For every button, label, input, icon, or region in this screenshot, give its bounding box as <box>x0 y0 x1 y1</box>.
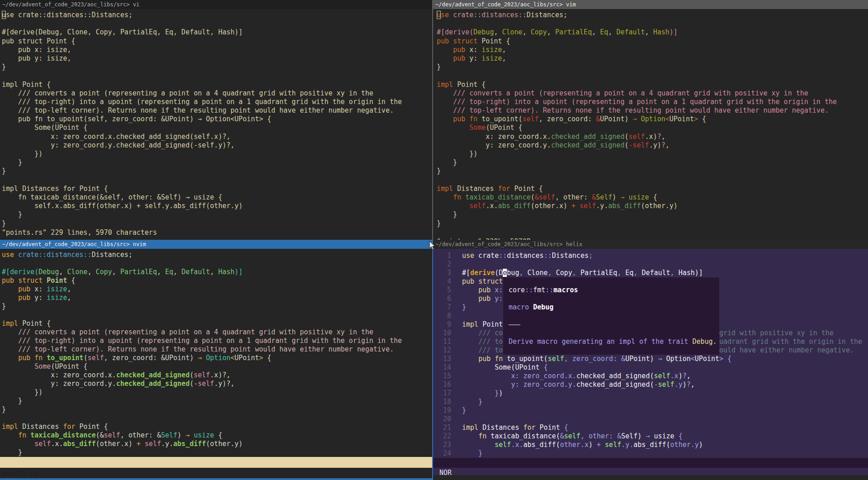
code-line[interactable]: fn taxicab_distance(&self, other: &Self)… <box>2 431 432 440</box>
code-line[interactable]: 20 <box>433 415 868 423</box>
code-line[interactable] <box>2 71 432 80</box>
code-line[interactable]: } <box>2 448 432 457</box>
code-line[interactable]: pub x: isize, <box>2 285 432 294</box>
pane-vim[interactable]: ~/dev/advent_of_code_2023/aoc_libs/src> … <box>433 0 868 240</box>
code-line[interactable]: y: zero_coord.y.checked_add_signed(-self… <box>2 141 432 150</box>
code-line[interactable]: 17 }) <box>433 389 868 398</box>
code-line[interactable]: impl Distances for Point { <box>2 185 432 193</box>
pane-helix-titlebar[interactable]: ~/dev/advent_of_code_2023/aoc_libs/src> … <box>433 240 868 249</box>
code-line[interactable]: pub y: isize, <box>2 294 432 302</box>
code-line[interactable]: #[derive(Debug, Clone, Copy, PartialEq, … <box>2 28 432 37</box>
code-line[interactable]: core::fmt::macros <box>509 286 719 295</box>
pane-nvim-titlebar[interactable]: ~/dev/advent_of_code_2023/aoc_libs/src> … <box>0 240 432 249</box>
code-line[interactable]: } <box>437 219 868 228</box>
code-line[interactable]: 1use crate::distances::Distances; <box>433 252 868 260</box>
code-line[interactable]: 3#[derive(Debug, Clone, Copy, PartialEq,… <box>433 269 868 277</box>
code-line[interactable]: 24 } <box>433 449 868 458</box>
vim-code-area[interactable]: use crate::distances::Distances;#[derive… <box>433 11 868 228</box>
code-line[interactable]: impl Point { <box>2 319 432 328</box>
code-line[interactable] <box>509 329 719 337</box>
code-line[interactable]: Some(UPoint { <box>2 124 432 132</box>
code-line[interactable]: pub x: isize, <box>437 46 868 54</box>
code-line[interactable]: } <box>2 63 432 71</box>
code-line[interactable]: /// top-left corner). Returns none if th… <box>437 106 868 115</box>
code-line[interactable]: Some(UPoint { <box>2 362 432 371</box>
code-line[interactable]: x: zero_coord.x.checked_add_signed(self.… <box>2 371 432 380</box>
code-line[interactable]: x: zero_coord.x.checked_add_signed(self.… <box>437 133 868 141</box>
code-line[interactable]: #[derive(Debug, Clone, Copy, PartialEq, … <box>2 268 432 276</box>
code-line[interactable]: pub struct Point { <box>437 37 868 46</box>
code-line[interactable]: pub x: isize, <box>2 46 432 54</box>
code-line[interactable]: } <box>2 167 432 176</box>
code-line[interactable]: /// converts a point (representing a poi… <box>437 89 868 98</box>
code-line[interactable] <box>509 320 719 329</box>
pane-divider-vertical-bottom-focused[interactable] <box>432 240 433 480</box>
code-line[interactable]: } <box>437 63 868 71</box>
code-line[interactable]: 14 Some(UPoint { <box>433 363 868 372</box>
code-line[interactable]: #[derive(Debug, Clone, Copy, PartialEq, … <box>437 28 868 37</box>
code-line[interactable]: pub struct Point { <box>2 37 432 46</box>
code-line[interactable]: } <box>2 397 432 405</box>
code-line[interactable]: /// converts a point (representing a poi… <box>2 89 432 98</box>
code-line[interactable]: /// converts a point (representing a poi… <box>2 328 432 337</box>
pane-vim-titlebar[interactable]: ~/dev/advent_of_code_2023/aoc_libs/src> … <box>433 0 868 9</box>
code-line[interactable]: } <box>437 167 868 176</box>
code-line[interactable]: Derive macro generating an impl of the t… <box>509 337 719 346</box>
code-line[interactable]: macro Debug <box>509 303 719 312</box>
code-line[interactable]: /// top-left corner). Returns none if th… <box>2 106 432 115</box>
code-line[interactable] <box>2 19 432 28</box>
code-line[interactable] <box>509 295 719 303</box>
pane-vi-titlebar[interactable]: ~/dev/advent_of_code_2023/aoc_libs/src> … <box>0 0 432 9</box>
code-line[interactable]: self.x.abs_diff(other.x) + self.y.abs_di… <box>2 440 432 448</box>
vi-code-area[interactable]: use crate::distances::Distances;#[derive… <box>0 11 432 228</box>
code-line[interactable]: 13 pub fn to_upoint(self, zero_coord: &U… <box>433 355 868 363</box>
code-line[interactable]: pub fn to_upoint(self, zero_coord: &UPoi… <box>437 115 868 124</box>
code-line[interactable] <box>437 71 868 80</box>
code-line[interactable] <box>509 277 719 286</box>
code-line[interactable]: use crate::distances::Distances; <box>437 11 868 19</box>
nvim-code-area[interactable]: use crate::distances::Distances;#[derive… <box>0 251 432 457</box>
code-line[interactable] <box>2 414 432 423</box>
code-line[interactable]: self.x.abs_diff(other.x) + self.y.abs_di… <box>437 202 868 210</box>
code-line[interactable]: 15 x: zero_coord.x.checked_add_signed(se… <box>433 372 868 380</box>
pane-nvim[interactable]: ~/dev/advent_of_code_2023/aoc_libs/src> … <box>0 240 432 480</box>
code-line[interactable]: Some(UPoint { <box>437 124 868 132</box>
code-line[interactable]: /// top-right) into a upoint (representi… <box>2 98 432 106</box>
code-line[interactable]: impl Distances for Point { <box>2 423 432 431</box>
code-line[interactable]: pub fn to_upoint(self, zero_coord: &UPoi… <box>2 115 432 124</box>
code-line[interactable]: 23 self.x.abs_diff(other.x) + self.y.abs… <box>433 441 868 449</box>
code-line[interactable]: } <box>2 302 432 311</box>
code-line[interactable]: }) <box>2 150 432 158</box>
code-line[interactable]: use crate::distances::Distances; <box>2 11 432 19</box>
code-line[interactable]: fn taxicab_distance(&self, other: &Self)… <box>2 193 432 202</box>
pane-vi[interactable]: ~/dev/advent_of_code_2023/aoc_libs/src> … <box>0 0 432 240</box>
code-line[interactable]: 16 y: zero_coord.y.checked_add_signed(-s… <box>433 380 868 389</box>
code-line[interactable]: }) <box>2 388 432 397</box>
code-line[interactable]: impl Distances for Point { <box>437 185 868 193</box>
code-line[interactable] <box>509 346 719 355</box>
code-line[interactable]: 21impl Distances for Point { <box>433 423 868 432</box>
code-line[interactable]: 18 } <box>433 398 868 406</box>
code-line[interactable]: y: zero_coord.y.checked_add_signed(-self… <box>2 380 432 388</box>
pane-helix[interactable]: ~/dev/advent_of_code_2023/aoc_libs/src> … <box>433 240 868 480</box>
code-line[interactable]: y: zero_coord.y.checked_add_signed(-self… <box>437 141 868 150</box>
code-line[interactable]: } <box>437 210 868 219</box>
code-line[interactable]: impl Point { <box>2 81 432 89</box>
code-line[interactable]: 2 <box>433 260 868 269</box>
code-line[interactable]: /// top-right) into a upoint (representi… <box>2 337 432 345</box>
code-line[interactable]: } <box>2 219 432 228</box>
code-line[interactable]: }) <box>437 150 868 158</box>
code-line[interactable] <box>437 176 868 185</box>
code-line[interactable]: pub y: isize, <box>437 54 868 63</box>
code-line[interactable]: /// top-right) into a upoint (representi… <box>437 98 868 106</box>
code-line[interactable]: } <box>2 210 432 219</box>
code-line[interactable] <box>2 311 432 319</box>
code-line[interactable] <box>2 259 432 268</box>
code-line[interactable]: self.x.abs_diff(other.x) + self.y.abs_di… <box>2 202 432 210</box>
code-line[interactable]: } <box>2 405 432 414</box>
code-line[interactable]: } <box>2 158 432 167</box>
code-line[interactable]: use crate::distances::Distances; <box>2 251 432 259</box>
code-line[interactable]: pub y: isize, <box>2 54 432 63</box>
code-line[interactable]: 22 fn taxicab_distance(&self, other: &Se… <box>433 432 868 441</box>
code-line[interactable]: fn taxicab_distance(&self, other: &Self)… <box>437 193 868 202</box>
